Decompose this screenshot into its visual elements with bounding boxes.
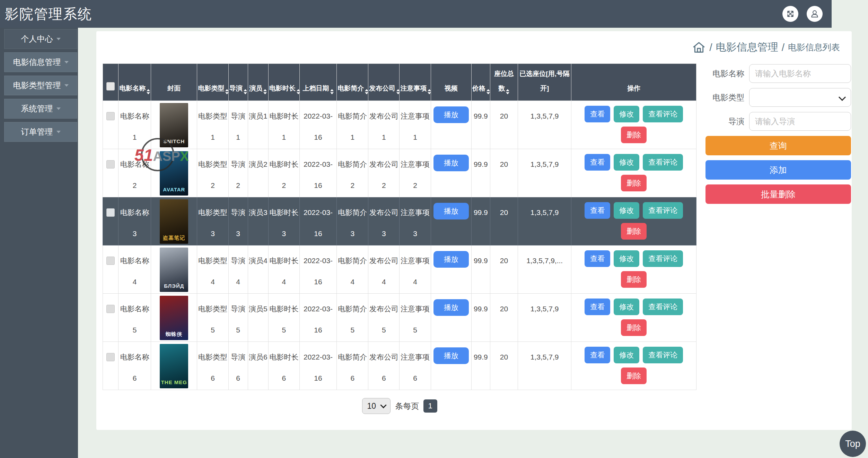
sort-icon[interactable] — [330, 89, 334, 94]
column-header-director[interactable]: 导演 — [228, 64, 248, 101]
table-header-row: 电影名称封面电影类型导演演员电影时长上档日期电影简介发布公司注意事项视频价格座位… — [103, 64, 696, 101]
sort-icon[interactable] — [244, 89, 247, 94]
edit-button[interactable]: 修改 — [614, 202, 639, 219]
fullscreen-button[interactable] — [782, 6, 798, 22]
sort-icon[interactable] — [506, 89, 509, 94]
breadcrumb-item-movie-info[interactable]: 电影信息管理 — [716, 40, 778, 54]
column-header-date[interactable]: 上档日期 — [299, 64, 336, 101]
seats-selected-cell: 1,3,5,7,9,... — [518, 245, 571, 294]
play-button[interactable]: 播放 — [433, 203, 469, 219]
column-header-notes[interactable]: 注意事项 — [400, 64, 431, 101]
seats-total-cell: 20 — [490, 101, 518, 149]
row-checkbox[interactable] — [106, 257, 115, 265]
view-comments-button[interactable]: 查看评论 — [643, 202, 683, 219]
delete-button[interactable]: 删除 — [621, 223, 647, 240]
sort-icon[interactable] — [147, 89, 150, 94]
delete-button[interactable]: 删除 — [621, 127, 647, 143]
delete-button[interactable]: 删除 — [621, 271, 647, 288]
row-checkbox[interactable] — [106, 353, 115, 361]
view-comments-button[interactable]: 查看评论 — [643, 154, 683, 171]
user-button[interactable] — [807, 6, 823, 22]
actor-cell: 演员1 — [248, 101, 268, 149]
view-button[interactable]: 查看 — [585, 106, 610, 122]
edit-button[interactable]: 修改 — [614, 154, 639, 171]
delete-button[interactable]: 删除 — [621, 175, 647, 191]
sidebar-item-label: 电影类型管理 — [13, 80, 61, 91]
sort-icon[interactable] — [396, 89, 400, 94]
sidebar-item-label: 订单管理 — [21, 127, 53, 137]
select-all-checkbox[interactable] — [106, 82, 115, 90]
chevron-down-icon — [64, 61, 69, 63]
column-header-intro[interactable]: 电影简介 — [337, 64, 368, 101]
view-button[interactable]: 查看 — [585, 202, 610, 219]
column-header-op: 操作 — [571, 64, 696, 101]
top-button[interactable]: Top — [840, 431, 866, 457]
sidebar: 个人中心 电影信息管理 电影类型管理 系统管理 订单管理 — [0, 28, 78, 458]
sort-icon[interactable] — [365, 89, 368, 94]
batch-delete-button[interactable]: 批量删除 — [705, 184, 851, 204]
column-header-duration[interactable]: 电影时长 — [268, 64, 299, 101]
duration-cell: 电影时长1 — [268, 101, 299, 149]
view-comments-button[interactable]: 查看评论 — [643, 299, 683, 315]
column-header-seats_total[interactable]: 座位总数 — [490, 64, 518, 101]
sort-icon[interactable] — [225, 89, 229, 94]
movie-name-field-row: 电影名称 — [705, 64, 851, 83]
column-header-type[interactable]: 电影类型 — [197, 64, 228, 101]
column-header-name[interactable]: 电影名称 — [119, 64, 151, 101]
sidebar-item-movie-info[interactable]: 电影信息管理 — [4, 52, 77, 72]
edit-button[interactable]: 修改 — [614, 106, 639, 122]
chevron-down-icon — [56, 107, 61, 110]
view-button[interactable]: 查看 — [585, 299, 610, 315]
breadcrumb-item-movie-list[interactable]: 电影信息列表 — [788, 42, 840, 53]
seats-selected-cell: 1,3,5,7,9 — [518, 294, 571, 342]
delete-button[interactable]: 删除 — [621, 368, 647, 384]
add-button[interactable]: 添加 — [705, 160, 851, 180]
current-page-badge[interactable]: 1 — [423, 399, 437, 413]
sort-icon[interactable] — [263, 89, 267, 94]
movie-name-input[interactable] — [749, 64, 851, 83]
sidebar-item-system[interactable]: 系统管理 — [4, 99, 77, 119]
play-button[interactable]: 播放 — [433, 155, 469, 171]
view-button[interactable]: 查看 — [585, 347, 610, 363]
view-button[interactable]: 查看 — [585, 154, 610, 171]
row-checkbox[interactable] — [106, 305, 115, 313]
actor-cell: 演员4 — [248, 245, 268, 294]
edit-button[interactable]: 修改 — [614, 250, 639, 267]
delete-button[interactable]: 删除 — [621, 319, 647, 336]
play-button[interactable]: 播放 — [433, 347, 469, 364]
play-button[interactable]: 播放 — [433, 106, 469, 123]
row-checkbox[interactable] — [106, 160, 115, 168]
sort-icon[interactable] — [297, 89, 300, 94]
director-input[interactable] — [749, 112, 851, 131]
movie-cover-cell: 蜘蛛侠 — [151, 294, 197, 342]
view-comments-button[interactable]: 查看评论 — [643, 347, 683, 363]
sidebar-item-movie-type[interactable]: 电影类型管理 — [4, 76, 77, 95]
movie-type-cell: 电影类型6 — [197, 342, 228, 390]
page-size-select[interactable]: 10 — [362, 398, 391, 414]
actions-cell: 查看 修改 查看评论 删除 — [571, 197, 696, 245]
row-checkbox[interactable] — [106, 208, 115, 217]
column-header-company[interactable]: 发布公司 — [368, 64, 400, 101]
home-icon[interactable] — [692, 41, 706, 54]
edit-button[interactable]: 修改 — [614, 347, 639, 363]
sidebar-item-profile[interactable]: 个人中心 — [4, 29, 77, 49]
edit-button[interactable]: 修改 — [614, 299, 639, 315]
intro-cell: 电影简介3 — [337, 197, 368, 245]
play-button[interactable]: 播放 — [433, 299, 469, 316]
sort-icon[interactable] — [428, 89, 431, 94]
director-cell: 导演2 — [228, 149, 248, 197]
row-checkbox[interactable] — [106, 112, 115, 120]
view-comments-button[interactable]: 查看评论 — [643, 106, 683, 122]
sort-icon[interactable] — [486, 89, 490, 94]
movie-type-select[interactable] — [749, 88, 851, 107]
column-header-actor[interactable]: 演员 — [248, 64, 268, 101]
chevron-down-icon — [56, 38, 61, 40]
play-button[interactable]: 播放 — [433, 251, 469, 268]
intro-cell: 电影简介6 — [337, 342, 368, 390]
movie-name-cell: 电影名称1 — [119, 101, 151, 149]
sidebar-item-orders[interactable]: 订单管理 — [4, 122, 77, 142]
view-button[interactable]: 查看 — [585, 250, 610, 267]
column-header-price[interactable]: 价格 — [471, 64, 490, 101]
query-button[interactable]: 查询 — [705, 136, 851, 155]
view-comments-button[interactable]: 查看评论 — [643, 250, 683, 267]
